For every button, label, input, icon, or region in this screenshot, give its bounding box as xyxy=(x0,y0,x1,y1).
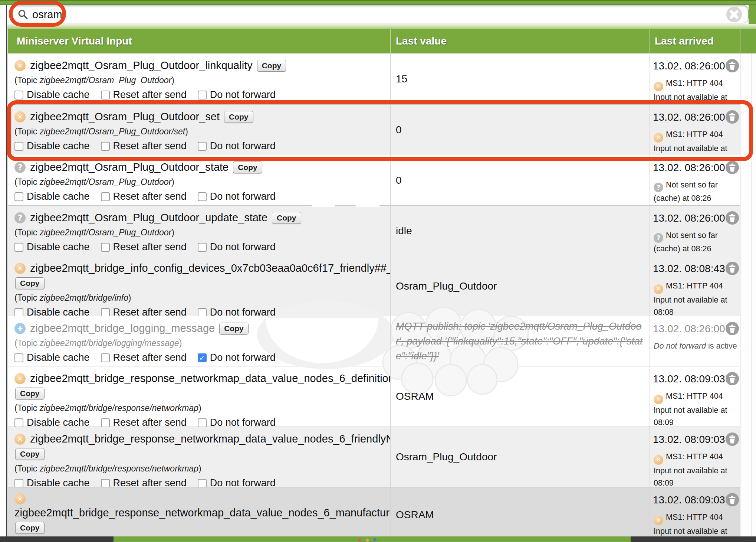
delete-value-button[interactable] xyxy=(725,211,739,225)
checkbox-disable-cache[interactable] xyxy=(14,91,23,99)
copy-button[interactable]: Copy xyxy=(257,60,286,72)
checkbox-option: Do not forward xyxy=(198,307,276,316)
checkbox-reset-after-send[interactable] xyxy=(101,243,110,252)
checkbox-option: Do not forward xyxy=(198,241,276,253)
input-name-cell: ✕zigbee2mqtt_bridge_response_networkmap_… xyxy=(8,366,390,427)
delete-value-button[interactable] xyxy=(725,321,739,336)
topic-suffix: ) xyxy=(198,464,201,473)
input-name: zigbee2mqtt_Osram_Plug_Outdoor_linkquali… xyxy=(30,59,253,72)
topic-prefix: (Topic xyxy=(14,177,40,187)
checkbox-disable-cache[interactable] xyxy=(14,308,23,316)
checkbox-disable-cache[interactable] xyxy=(14,418,23,427)
delete-value-button[interactable] xyxy=(725,372,739,386)
checkbox-do-not-forward[interactable]: ✓ xyxy=(198,353,207,362)
checkbox-do-not-forward[interactable] xyxy=(198,91,207,99)
copy-button[interactable]: Copy xyxy=(272,212,301,224)
copy-button[interactable]: Copy xyxy=(219,323,249,334)
input-name: zigbee2mqtt_bridge_response_networkmap_d… xyxy=(30,433,390,445)
checkbox-disable-cache[interactable] xyxy=(14,243,23,252)
checkbox-reset-after-send[interactable] xyxy=(101,192,110,201)
copy-button[interactable]: Copy xyxy=(15,448,45,460)
delete-value-button[interactable] xyxy=(725,110,739,124)
topic-path: zigbee2mqtt/bridge/response/networkmap xyxy=(40,403,198,413)
arrived-status: ✕MS1: HTTP 404 Input not available at 08… xyxy=(653,77,738,104)
copy-button-line: Copy xyxy=(15,388,387,399)
last-value: 0 xyxy=(396,174,402,186)
arrived-status: ✕MS1: HTTP 404 Input not available at 08… xyxy=(653,451,738,487)
topic-prefix: (Topic xyxy=(14,228,40,237)
copy-button[interactable]: Copy xyxy=(15,277,45,289)
topic-prefix: (Topic xyxy=(14,403,40,413)
arrived-time: 13.02. 08:08:43 xyxy=(653,263,725,275)
input-name-cell: ✕zigbee2mqtt_bridge_info_config_devices_… xyxy=(8,256,390,316)
checkbox-reset-after-send[interactable] xyxy=(101,91,110,99)
checkbox-row: Disable cacheReset after sendDo not forw… xyxy=(14,89,387,101)
table-row: ?zigbee2mqtt_Osram_Plug_Outdoor_stateCop… xyxy=(8,155,740,205)
checkbox-row: Disable cacheReset after send✓Do not for… xyxy=(14,352,387,363)
arrived-time: 13.02. 08:26:00 xyxy=(653,323,725,335)
status-text: MS1: HTTP 404 Input not available at 08:… xyxy=(654,79,727,104)
checkbox-reset-after-send[interactable] xyxy=(101,308,110,316)
delete-value-button[interactable] xyxy=(725,160,739,174)
last-value: Osram_Plug_Outdoor xyxy=(396,280,497,292)
checkbox-option: ✓Do not forward xyxy=(198,352,276,363)
topic-path: zigbee2mqtt/Osram_Plug_Outdoor xyxy=(40,75,171,85)
checkbox-do-not-forward[interactable] xyxy=(198,142,207,151)
last-arrived-cell: 13.02. 08:26:00✕MS1: HTTP 404 Input not … xyxy=(650,105,740,155)
checkbox-option: Disable cache xyxy=(14,352,90,363)
copy-button[interactable]: Copy xyxy=(233,161,262,173)
topic-path: zigbee2mqtt/bridge/logging/message xyxy=(40,338,179,348)
last-value-cell: OSRAM xyxy=(390,366,650,427)
checkbox-do-not-forward[interactable] xyxy=(198,243,207,252)
checkbox-reset-after-send[interactable] xyxy=(101,418,110,427)
delete-value-button[interactable] xyxy=(725,493,739,507)
checkbox-option: Disable cache xyxy=(14,140,90,152)
copy-button[interactable]: Copy xyxy=(15,388,45,399)
checkbox-disable-cache[interactable] xyxy=(14,142,23,151)
arrived-time-line: 13.02. 08:09:03 xyxy=(653,432,738,446)
checkbox-reset-after-send[interactable] xyxy=(101,142,110,151)
checkbox-label-reset-after-send: Reset after send xyxy=(113,191,187,202)
checkbox-do-not-forward[interactable] xyxy=(198,479,207,487)
copy-button[interactable]: Copy xyxy=(224,111,253,123)
trash-icon xyxy=(725,381,739,387)
status-text: MS1: HTTP 404 Input not available at 08:… xyxy=(654,452,727,487)
checkbox-label-disable-cache: Disable cache xyxy=(27,191,90,202)
arrived-time-line: 13.02. 08:26:00 xyxy=(653,321,738,336)
arrived-time-line: 13.02. 08:26:00 xyxy=(653,110,738,124)
trash-icon xyxy=(725,271,739,277)
checkbox-option: Disable cache xyxy=(14,89,90,101)
input-name-cell: ✕zigbee2mqtt_bridge_response_networkmap_… xyxy=(8,487,390,542)
search-input[interactable] xyxy=(32,7,701,22)
top-green-strip xyxy=(0,0,756,5)
clear-search-button[interactable] xyxy=(726,6,742,23)
copy-button-line: Copy xyxy=(15,277,387,289)
delete-value-button[interactable] xyxy=(725,59,739,73)
checkbox-label-reset-after-send: Reset after send xyxy=(113,417,187,427)
checkbox-do-not-forward[interactable] xyxy=(198,418,207,427)
delete-value-button[interactable] xyxy=(725,261,739,275)
copy-button[interactable]: Copy xyxy=(15,522,45,534)
topic-prefix: (Topic xyxy=(14,464,40,473)
checkbox-do-not-forward[interactable] xyxy=(198,308,207,316)
topic-label: (Topic zigbee2mqtt/bridge/response/netwo… xyxy=(14,464,387,474)
checkbox-disable-cache[interactable] xyxy=(14,353,23,362)
checkbox-label-disable-cache: Disable cache xyxy=(27,417,90,427)
checkbox-do-not-forward[interactable] xyxy=(198,192,207,201)
warning-x-icon: ✕ xyxy=(14,111,26,123)
checkbox-disable-cache[interactable] xyxy=(14,479,23,487)
trash-icon xyxy=(725,68,739,74)
topic-suffix: ) xyxy=(171,75,174,85)
last-value: OSRAM xyxy=(396,509,434,521)
checkbox-reset-after-send[interactable] xyxy=(101,479,110,487)
delete-value-button[interactable] xyxy=(725,432,739,446)
bottom-bar-dark-left xyxy=(0,536,114,542)
table-row: ✕zigbee2mqtt_Osram_Plug_Outdoor_setCopy(… xyxy=(8,104,740,155)
table-row: ✕zigbee2mqtt_bridge_response_networkmap_… xyxy=(8,366,740,427)
table-body: ✕zigbee2mqtt_Osram_Plug_Outdoor_linkqual… xyxy=(8,53,740,542)
checkbox-reset-after-send[interactable] xyxy=(101,353,110,362)
last-value-cell: 15 xyxy=(390,53,650,104)
last-arrived-cell: 13.02. 08:09:03✕MS1: HTTP 404 Input not … xyxy=(650,427,740,487)
input-name-line: ✚zigbee2mqtt_bridge_logging_messageCopy xyxy=(14,322,387,334)
checkbox-disable-cache[interactable] xyxy=(14,192,23,201)
